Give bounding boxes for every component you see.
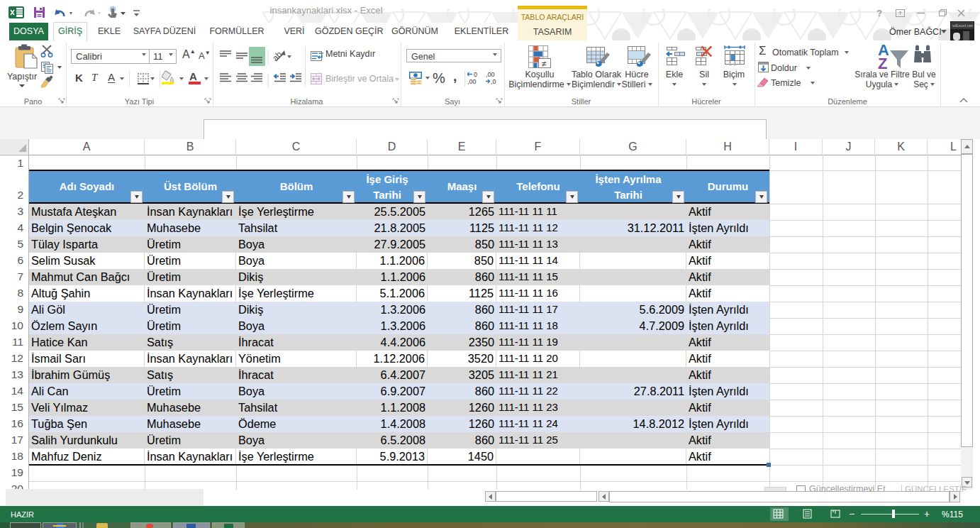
- svg-text:ab: ab: [270, 50, 284, 63]
- svg-text:≠: ≠: [542, 59, 547, 69]
- svg-text:,0: ,0: [491, 78, 496, 85]
- svg-text:,00: ,00: [486, 71, 495, 78]
- svg-text:,00: ,00: [467, 78, 477, 85]
- svg-text:0: 0: [474, 71, 477, 78]
- svg-text:wExcel.net: wExcel.net: [952, 23, 973, 28]
- svg-text:Z: Z: [878, 55, 887, 70]
